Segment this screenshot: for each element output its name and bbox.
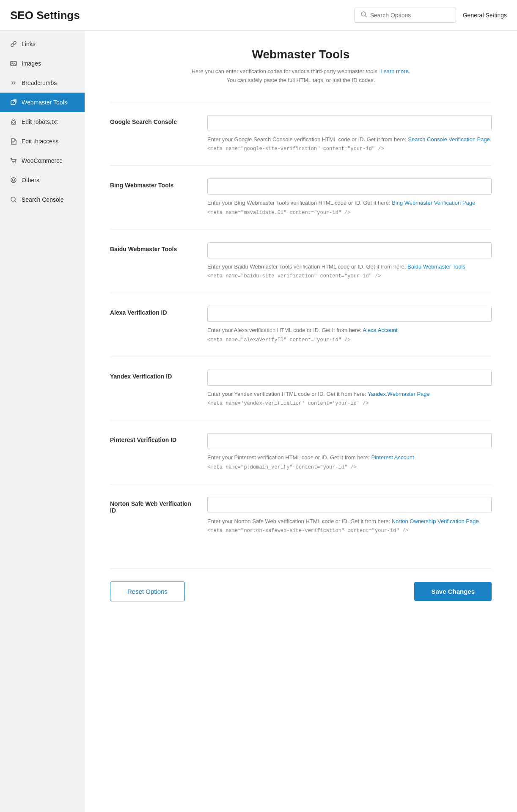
sidebar-item-webmaster-tools[interactable]: Webmaster Tools [0, 93, 85, 112]
yandex-desc: Enter your Yandex verification HTML code… [207, 390, 492, 398]
robot-icon [10, 118, 17, 126]
sidebar-item-edit-robots[interactable]: Edit robots.txt [0, 112, 85, 132]
sidebar: Links Images Breadcrumbs [0, 31, 85, 812]
svg-point-17 [13, 180, 14, 181]
svg-line-1 [365, 16, 366, 17]
norton-field-section: Norton Safe Web Verification ID Enter yo… [110, 484, 492, 548]
alexa-field-label: Alexa Verification ID [110, 306, 195, 344]
svg-line-19 [15, 201, 16, 202]
baidu-desc: Enter your Baidu Webmaster Tools verific… [207, 263, 492, 271]
yandex-link[interactable]: Yandex.Webmaster Page [368, 391, 430, 397]
layout: Links Images Breadcrumbs [0, 31, 517, 812]
sidebar-item-edit-robots-label: Edit robots.txt [22, 118, 58, 125]
sidebar-item-others-label: Others [22, 177, 39, 184]
file-icon [10, 137, 17, 145]
sidebar-item-search-console-label: Search Console [22, 196, 64, 203]
image-icon [10, 60, 17, 67]
external-link-icon [10, 99, 17, 106]
svg-point-8 [12, 122, 13, 123]
sidebar-item-links-label: Links [22, 41, 36, 47]
subtitle-note: You can safely paste the full HTML tags,… [227, 77, 375, 83]
google-code: <meta name="google-site-verification" co… [207, 145, 492, 153]
yandex-field-section: Yandex Verification ID Enter your Yandex… [110, 357, 492, 420]
bing-input[interactable] [207, 178, 492, 195]
sidebar-item-edit-htaccess[interactable]: Edit .htaccess [0, 132, 85, 151]
reset-button[interactable]: Reset Options [110, 582, 185, 601]
google-field-section: Google Search Console Enter your Google … [110, 102, 492, 166]
norton-desc: Enter your Norton Safe Web verification … [207, 517, 492, 526]
main-content: Webmaster Tools Here you can enter verif… [85, 31, 517, 812]
norton-field-col: Enter your Norton Safe Web verification … [207, 497, 492, 535]
yandex-field-col: Enter your Yandex verification HTML code… [207, 370, 492, 408]
baidu-link[interactable]: Baidu Webmaster Tools [407, 263, 465, 270]
sidebar-item-woocommerce[interactable]: WooCommerce [0, 151, 85, 170]
yandex-code: <meta name='yandex-verification' content… [207, 400, 492, 407]
subtitle-text: Here you can enter verification codes fo… [192, 68, 379, 74]
search-box[interactable] [355, 8, 456, 23]
svg-point-6 [13, 119, 14, 121]
alexa-field-col: Enter your Alexa verification HTML code … [207, 306, 492, 344]
bing-desc: Enter your Bing Webmaster Tools verifica… [207, 199, 492, 207]
svg-point-13 [13, 162, 14, 163]
norton-field-label: Norton Safe Web Verification ID [110, 497, 195, 535]
bing-field-col: Enter your Bing Webmaster Tools verifica… [207, 178, 492, 217]
sidebar-item-woocommerce-label: WooCommerce [22, 157, 63, 164]
pinterest-link[interactable]: Pinterest Account [371, 454, 414, 461]
pinterest-field-section: Pinterest Verification ID Enter your Pin… [110, 420, 492, 484]
sidebar-item-search-console[interactable]: Search Console [0, 190, 85, 209]
bing-field-section: Bing Webmaster Tools Enter your Bing Web… [110, 165, 492, 229]
search-small-icon [10, 196, 17, 203]
sidebar-item-others[interactable]: Others [0, 170, 85, 190]
link-icon [10, 40, 17, 48]
norton-code: <meta name="norton-safeweb-site-verifica… [207, 527, 492, 535]
sidebar-item-images[interactable]: Images [0, 54, 85, 73]
baidu-field-col: Enter your Baidu Webmaster Tools verific… [207, 242, 492, 280]
pinterest-desc: Enter your Pinterest verification HTML c… [207, 453, 492, 462]
sidebar-item-edit-htaccess-label: Edit .htaccess [22, 138, 58, 145]
app-title: SEO Settings [10, 9, 80, 22]
svg-point-14 [15, 162, 16, 163]
footer-buttons: Reset Options Save Changes [110, 568, 492, 601]
cart-icon [10, 157, 17, 165]
pinterest-field-col: Enter your Pinterest verification HTML c… [207, 433, 492, 471]
baidu-input[interactable] [207, 242, 492, 258]
sidebar-item-breadcrumbs[interactable]: Breadcrumbs [0, 73, 85, 93]
pinterest-code: <meta name="p:domain_verify" content="yo… [207, 464, 492, 471]
alexa-desc: Enter your Alexa verification HTML code … [207, 326, 492, 335]
norton-input[interactable] [207, 497, 492, 513]
yandex-input[interactable] [207, 370, 492, 386]
top-bar-right: General Settings [355, 8, 507, 23]
pinterest-input[interactable] [207, 433, 492, 449]
baidu-field-section: Baidu Webmaster Tools Enter your Baidu W… [110, 229, 492, 293]
yandex-field-label: Yandex Verification ID [110, 370, 195, 408]
svg-point-9 [14, 122, 15, 123]
learn-more-link[interactable]: Learn more. [380, 68, 410, 74]
norton-link[interactable]: Norton Ownership Verification Page [392, 518, 479, 524]
page-title: Webmaster Tools [110, 48, 492, 61]
top-bar: SEO Settings General Settings [0, 0, 517, 31]
bing-code: <meta name="msvalidate.01" content="your… [207, 209, 492, 217]
search-input[interactable] [370, 12, 450, 19]
general-settings-button[interactable]: General Settings [463, 12, 507, 19]
google-desc: Enter your Google Search Console verific… [207, 135, 492, 144]
target-icon [10, 176, 17, 184]
page-subtitle: Here you can enter verification codes fo… [110, 67, 492, 85]
alexa-link[interactable]: Alexa Account [363, 327, 397, 333]
alexa-code: <meta name="alexaVerifyID" content="your… [207, 336, 492, 344]
bing-field-label: Bing Webmaster Tools [110, 178, 195, 217]
sidebar-item-breadcrumbs-label: Breadcrumbs [22, 80, 57, 86]
sidebar-item-links[interactable]: Links [0, 34, 85, 54]
sidebar-item-images-label: Images [22, 60, 41, 67]
baidu-field-label: Baidu Webmaster Tools [110, 242, 195, 280]
sidebar-item-webmaster-tools-label: Webmaster Tools [22, 99, 67, 106]
chevron-double-right-icon [10, 79, 17, 87]
bing-link[interactable]: Bing Webmaster Verification Page [392, 200, 475, 206]
alexa-field-section: Alexa Verification ID Enter your Alexa v… [110, 293, 492, 357]
google-field-label: Google Search Console [110, 115, 195, 153]
svg-rect-2 [11, 61, 16, 66]
google-link[interactable]: Search Console Verification Page [408, 136, 490, 143]
save-button[interactable]: Save Changes [414, 582, 492, 601]
alexa-input[interactable] [207, 306, 492, 322]
google-field-col: Enter your Google Search Console verific… [207, 115, 492, 153]
google-input[interactable] [207, 115, 492, 131]
